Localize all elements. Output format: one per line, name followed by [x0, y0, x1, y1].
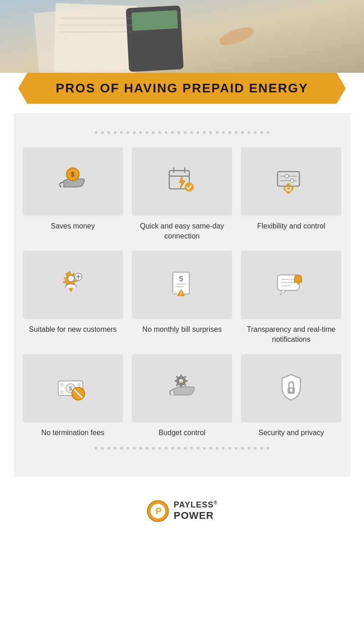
dot	[120, 131, 123, 134]
cards-grid: $ Saves money	[23, 147, 341, 438]
dot	[184, 131, 187, 134]
main-content: $ Saves money	[14, 113, 350, 477]
svg-rect-4	[126, 5, 183, 72]
dot	[254, 131, 257, 134]
dot	[171, 131, 174, 134]
dot	[235, 447, 238, 450]
dot	[197, 131, 199, 134]
dot	[248, 131, 250, 134]
dot	[152, 131, 155, 134]
svg-text:$: $	[69, 386, 72, 392]
svg-text:P: P	[156, 506, 162, 516]
svg-text:$: $	[180, 380, 182, 384]
dot	[158, 447, 161, 450]
svg-point-38	[297, 282, 299, 284]
svg-rect-53	[175, 380, 177, 382]
money-no-icon: $	[55, 370, 91, 406]
dot	[216, 131, 218, 134]
security-label: Security and privacy	[258, 428, 324, 438]
svg-rect-1	[0, 0, 364, 73]
flexibility-label: Flexibility and control	[257, 221, 325, 231]
dot	[126, 447, 129, 450]
page-title: PROS OF HAVING PREPAID ENERGY	[32, 81, 332, 96]
card-no-bill: $ ! No monthly bill surprises	[132, 251, 232, 345]
top-dots	[23, 131, 341, 134]
dot	[171, 447, 174, 450]
svg-point-42	[60, 383, 64, 386]
dot	[133, 131, 136, 134]
card-saves-money: $ Saves money	[23, 147, 123, 242]
flexibility-icon-box	[241, 147, 341, 216]
registered-symbol: ®	[214, 500, 217, 505]
dot	[222, 131, 225, 134]
no-termination-icon-box: $	[23, 354, 123, 422]
money-hand-icon: $	[55, 163, 91, 200]
person-star-icon	[55, 267, 91, 303]
calendar-bolt-icon	[164, 163, 200, 200]
sliders-gear-icon	[273, 163, 309, 200]
bill-warning-icon: $ !	[164, 267, 200, 303]
dot	[114, 447, 116, 450]
gear-hand-icon: $	[164, 370, 200, 406]
logo-container: P PAYLESS® POWER	[0, 500, 364, 523]
dot	[177, 447, 180, 450]
svg-text:$: $	[179, 275, 183, 283]
dot	[241, 131, 244, 134]
card-new-customers: Suitable for new customers	[23, 251, 123, 345]
dot	[254, 447, 257, 450]
dot	[101, 447, 104, 450]
dot	[267, 447, 269, 450]
dot	[209, 131, 212, 134]
dot	[139, 447, 142, 450]
dot	[165, 131, 167, 134]
dot	[184, 447, 187, 450]
budget-control-label: Budget control	[158, 428, 205, 438]
budget-control-icon-box: $	[132, 354, 232, 422]
no-bill-label: No monthly bill surprises	[142, 325, 222, 335]
svg-text:!: !	[180, 291, 182, 296]
dot	[152, 447, 155, 450]
svg-rect-2	[34, 5, 130, 73]
footer: P PAYLESS® POWER	[0, 486, 364, 527]
security-icon-box	[241, 354, 341, 422]
title-banner: PROS OF HAVING PREPAID ENERGY	[18, 73, 346, 104]
new-customers-icon-box	[23, 251, 123, 319]
svg-rect-3	[53, 3, 137, 73]
dot	[248, 447, 250, 450]
dot	[228, 131, 231, 134]
dot	[203, 131, 206, 134]
logo-payless-text: PAYLESS®	[174, 500, 217, 510]
dot	[190, 447, 193, 450]
no-bill-icon-box: $ !	[132, 251, 232, 319]
saves-money-label: Saves money	[51, 221, 95, 231]
chat-bell-icon	[273, 267, 309, 303]
svg-point-24	[68, 275, 74, 282]
dot	[165, 447, 167, 450]
dot	[146, 131, 148, 134]
transparency-label: Transparency and real-time notifications	[241, 325, 341, 345]
dot	[216, 447, 218, 450]
logo-power-text: POWER	[174, 510, 214, 522]
svg-rect-54	[185, 380, 187, 382]
svg-point-21	[290, 179, 294, 183]
svg-point-43	[60, 390, 64, 394]
payless-power-logo-icon: P	[147, 500, 169, 523]
dot	[260, 131, 263, 134]
logo-text: PAYLESS® POWER	[174, 500, 217, 522]
dot	[235, 131, 238, 134]
svg-rect-61	[291, 390, 292, 392]
transparency-icon-box	[241, 251, 341, 319]
hero-image	[0, 0, 364, 73]
svg-point-9	[217, 24, 256, 49]
dot	[197, 447, 199, 450]
card-no-termination: $ No termination fees	[23, 354, 123, 438]
dot	[241, 447, 244, 450]
new-customers-label: Suitable for new customers	[29, 325, 117, 335]
svg-rect-52	[180, 385, 182, 387]
quick-connection-label: Quick and easy same-day connection	[132, 221, 232, 242]
svg-point-23	[287, 187, 290, 190]
svg-text:$: $	[71, 171, 75, 178]
dot	[146, 447, 148, 450]
quick-connection-icon-box	[132, 147, 232, 216]
card-flexibility: Flexibility and control	[241, 147, 341, 242]
